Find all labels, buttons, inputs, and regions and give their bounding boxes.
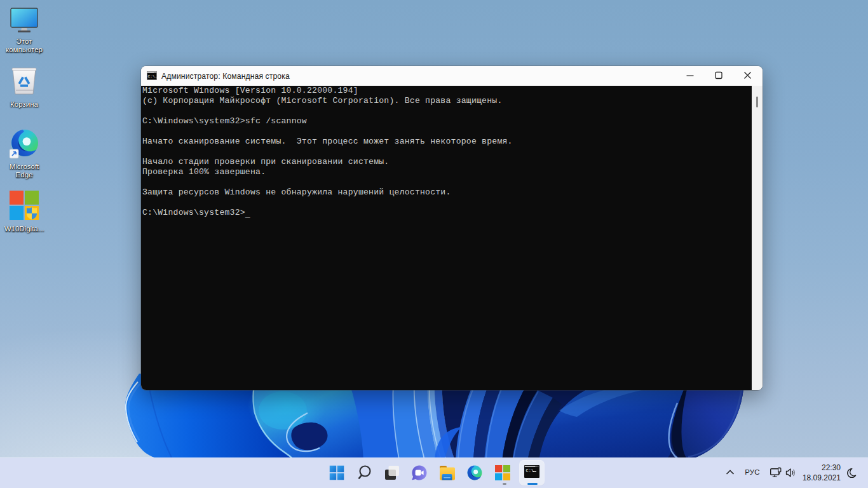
svg-text:C:\_: C:\_ <box>148 74 158 79</box>
svg-text:C:\: C:\ <box>526 468 534 473</box>
